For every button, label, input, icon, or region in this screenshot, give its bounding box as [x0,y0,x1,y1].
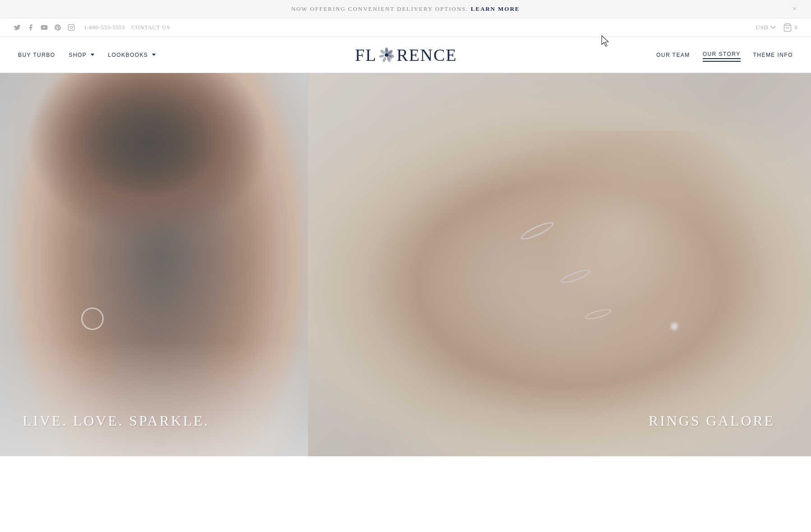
currency-chevron-icon [770,24,776,31]
cart-icon [783,23,792,32]
phone-number: 1-800-555-5555 [84,24,125,31]
hero-right-panel[interactable]: RINGS GALORE [308,73,811,456]
twitter-icon [14,24,21,31]
hero-left-text: LIVE. LOVE. SPARKLE. [23,413,209,429]
currency-selector[interactable]: USD [756,24,776,31]
announcement-bar: NOW OFFERING CONVENIENT DELIVERY OPTIONS… [0,0,811,18]
nav-right: OUR TEAM OUR STORY THEME INFO [656,51,793,59]
hero-right-overlay [308,73,811,456]
nav-left: BUY TURBO SHOP LOOKBOOKS [18,52,156,58]
svg-rect-1 [68,24,74,30]
announcement-text: NOW OFFERING CONVENIENT DELIVERY OPTIONS… [291,5,469,12]
nav-theme-info[interactable]: THEME INFO [753,52,793,58]
social-links: 1-800-555-5555 CONTACT US [14,24,170,31]
phone-link[interactable]: 1-800-555-5555 [81,24,125,31]
svg-point-18 [380,49,386,54]
cart-count: 0 [795,24,798,31]
nav-shop[interactable]: SHOP [69,52,95,58]
hero-left-panel[interactable]: LIVE. LOVE. SPARKLE. [0,73,308,456]
logo[interactable]: FL [156,45,656,65]
contact-us-label: CONTACT US [131,24,170,31]
main-navigation: BUY TURBO SHOP LOOKBOOKS FL [0,37,811,73]
svg-point-16 [382,56,387,62]
instagram-link[interactable] [68,24,75,31]
logo-rence: RENCE [396,45,457,65]
logo-flower-icon [378,47,395,63]
nav-our-story[interactable]: OUR STORY [703,51,741,59]
svg-point-17 [379,54,385,57]
utility-bar: 1-800-555-5555 CONTACT US USD 0 [0,18,811,37]
hero-section: LIVE. LOVE. SPARKLE. RINGS GALORE [0,73,811,456]
svg-point-12 [386,47,388,52]
cart-button[interactable]: 0 [783,23,798,32]
facebook-link[interactable] [27,24,34,31]
logo-fl: FL [355,45,377,65]
youtube-link[interactable] [41,24,48,31]
currency-label: USD [756,24,769,31]
instagram-icon [68,24,75,31]
utility-right: USD 0 [756,23,797,32]
youtube-icon [41,24,48,31]
nav-our-team[interactable]: OUR TEAM [656,52,690,58]
svg-point-19 [385,54,388,56]
logo-text: FL [355,45,457,65]
shop-chevron-icon [91,54,94,56]
hero-right-text: RINGS GALORE [649,413,775,429]
facebook-icon [27,24,34,31]
pinterest-link[interactable] [54,24,61,31]
contact-us-link[interactable]: CONTACT US [131,24,170,31]
nav-buy-turbo[interactable]: BUY TURBO [18,52,55,58]
nav-lookbooks[interactable]: LOOKBOOKS [108,52,156,58]
pinterest-icon [54,24,61,31]
lookbooks-chevron-icon [152,54,156,56]
close-announcement-button[interactable]: × [793,5,797,13]
hero-left-overlay [0,73,308,456]
learn-more-link[interactable]: LEARN MORE [471,5,520,12]
twitter-link[interactable] [14,24,21,31]
